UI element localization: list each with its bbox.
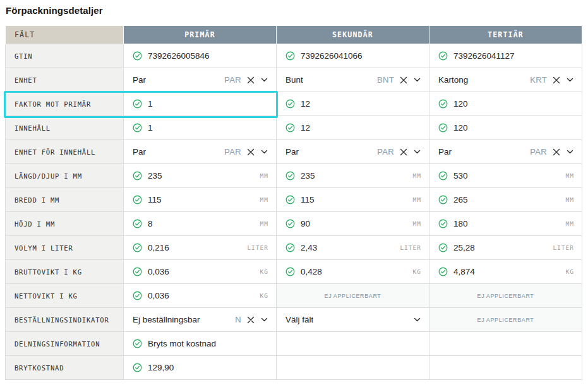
value-input-cell[interactable]: 120 <box>429 116 582 140</box>
field-label-cell: BRYTKOSTNAD <box>6 356 124 380</box>
select-cell[interactable]: BuntBNT <box>277 68 429 92</box>
cell-value: 1 <box>148 123 153 133</box>
check-circle-icon <box>438 51 448 61</box>
cell-content: 1 <box>133 99 268 109</box>
value-input-cell[interactable]: 8MM <box>124 212 277 236</box>
clear-icon[interactable] <box>400 148 407 156</box>
value-input-cell[interactable]: 12 <box>277 116 429 140</box>
chevron-down-icon[interactable] <box>566 148 574 156</box>
cell-value: 2,43 <box>301 243 317 252</box>
value-input-cell[interactable]: 7392626041127 <box>429 44 582 68</box>
table-row: FAKTOR MOT PRIMÄR112120 <box>6 92 582 116</box>
unit-suffix: MM <box>566 220 574 227</box>
clear-icon[interactable] <box>553 148 560 156</box>
header-row: FÄLT PRIMÄR SEKUNDÄR TERTIÄR <box>6 26 582 44</box>
cell-content: 7392626005846 <box>133 51 268 61</box>
cell-value: 1 <box>148 99 153 109</box>
selected-option-label: Par <box>133 147 146 157</box>
value-input-cell[interactable]: 180MM <box>429 212 582 236</box>
select-cell[interactable]: ParPAR <box>429 140 582 164</box>
value-input-cell[interactable]: 7392626041066 <box>277 44 429 68</box>
select-cell[interactable]: ParPAR <box>124 68 277 92</box>
empty-cell <box>277 356 429 380</box>
cell-content: ParPAR <box>133 75 268 85</box>
chevron-down-icon[interactable] <box>413 148 421 156</box>
cell-content: 12 <box>285 99 421 109</box>
clear-icon[interactable] <box>247 148 255 156</box>
select-cell[interactable]: Välj fält <box>277 308 429 332</box>
column-header-tertiar: TERTIÄR <box>429 26 582 44</box>
select-controls: PAR <box>530 147 574 157</box>
value-input-cell[interactable]: 235MM <box>277 164 429 188</box>
value-input-cell[interactable]: 530MM <box>429 164 582 188</box>
check-circle-icon <box>133 267 142 276</box>
select-controls: PAR <box>377 147 421 157</box>
value-input-cell[interactable]: 129,90 <box>124 356 277 380</box>
value-input-cell[interactable]: 115MM <box>124 188 277 212</box>
cell-content: 235MM <box>285 171 421 180</box>
check-circle-icon <box>133 363 142 372</box>
cell-content: 120 <box>438 99 574 109</box>
selected-option-label: Ej beställningsbar <box>133 315 200 324</box>
field-label-cell: DELNINGSINFORMATION <box>6 332 124 356</box>
value-input-cell[interactable]: 0,036KG <box>124 260 277 284</box>
check-circle-icon <box>285 171 295 180</box>
cell-content: BuntBNT <box>285 75 421 85</box>
chevron-down-icon[interactable] <box>566 76 574 84</box>
value-input-cell[interactable]: 115MM <box>277 188 429 212</box>
check-circle-icon <box>438 195 448 204</box>
chevron-down-icon[interactable] <box>260 316 268 324</box>
value-input-cell[interactable]: 90MM <box>277 212 429 236</box>
chevron-down-icon[interactable] <box>413 76 421 84</box>
value-input-cell[interactable]: 265MM <box>429 188 582 212</box>
select-controls: PAR <box>224 75 268 85</box>
value-input-cell[interactable]: 1 <box>124 116 277 140</box>
cell-content: 25,28LITER <box>438 243 574 252</box>
field-label-cell: NETTOVIKT I KG <box>6 284 124 308</box>
value-input-cell[interactable]: 7392626005846 <box>124 44 277 68</box>
select-cell[interactable]: ParPAR <box>124 140 277 164</box>
cell-value: 0,036 <box>148 267 169 276</box>
value-input-cell[interactable]: 4,874KG <box>429 260 582 284</box>
cell-value: 530 <box>453 171 468 180</box>
clear-icon[interactable] <box>247 316 255 324</box>
cell-value: 8 <box>148 219 153 228</box>
value-input-cell[interactable]: 0,216LITER <box>124 236 277 260</box>
chevron-down-icon[interactable] <box>260 148 268 156</box>
clear-icon[interactable] <box>400 76 407 84</box>
value-input-cell[interactable]: 120 <box>429 92 582 116</box>
page-title: Förpackningsdetaljer <box>6 5 581 16</box>
value-input-cell[interactable]: 0,428KG <box>277 260 429 284</box>
chevron-down-icon[interactable] <box>260 76 268 84</box>
field-label-cell: ENHET FÖR INNEHÅLL <box>6 140 124 164</box>
select-cell[interactable]: KartongKRT <box>429 68 582 92</box>
field-label: ENHET FÖR INNEHÅLL <box>15 148 95 156</box>
cell-value: 0,036 <box>148 291 169 300</box>
select-cell[interactable]: Ej beställningsbarN <box>124 308 277 332</box>
cell-content: ParPAR <box>438 147 574 157</box>
table-row: BREDD I MM115MM115MM265MM <box>6 188 582 212</box>
cell-content: 180MM <box>438 219 574 228</box>
check-circle-icon <box>285 51 295 61</box>
field-label: HÖJD I MM <box>15 220 55 228</box>
value-input-cell[interactable]: 12 <box>277 92 429 116</box>
unit-suffix: MM <box>413 172 421 179</box>
value-input-cell[interactable]: 235MM <box>124 164 277 188</box>
cell-content: Välj fält <box>285 315 421 324</box>
chevron-down-icon[interactable] <box>413 316 421 324</box>
clear-icon[interactable] <box>247 76 255 84</box>
value-input-cell[interactable]: Bryts mot kostnad <box>124 332 277 356</box>
clear-icon[interactable] <box>553 76 560 84</box>
value-input-cell[interactable]: 25,28LITER <box>429 236 582 260</box>
table-row: ENHETParPARBuntBNTKartongKRT <box>6 68 582 92</box>
not-applicable-cell: EJ APPLICERBART <box>429 284 582 308</box>
value-input-cell[interactable]: 1 <box>124 92 277 116</box>
cell-value: 7392626041066 <box>301 51 363 61</box>
value-input-cell[interactable]: 2,43LITER <box>277 236 429 260</box>
not-applicable-label: EJ APPLICERBART <box>477 317 534 323</box>
value-input-cell[interactable]: 0,036KG <box>124 284 277 308</box>
empty-cell <box>429 332 582 356</box>
unit-code: PAR <box>224 147 241 157</box>
select-cell[interactable]: ParPAR <box>277 140 429 164</box>
cell-content: 120 <box>438 123 574 133</box>
